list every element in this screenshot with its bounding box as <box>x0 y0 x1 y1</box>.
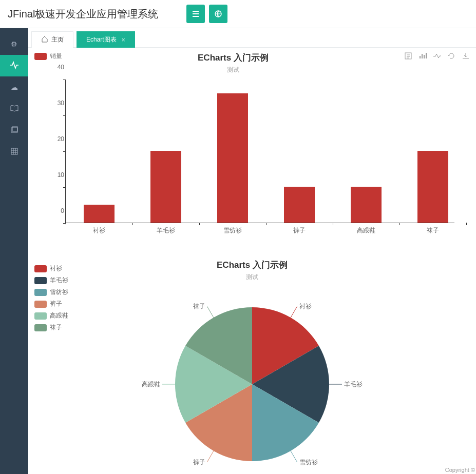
x-tick-label: 羊毛衫 <box>157 226 175 235</box>
pie-label: 衬衫 <box>299 303 312 310</box>
sidebar-item-window[interactable] <box>0 120 28 141</box>
svg-line-8 <box>207 451 214 462</box>
svg-line-5 <box>291 306 297 318</box>
sidebar-item-settings[interactable]: ⚙ <box>0 33 28 55</box>
pie-legend-item[interactable]: 衬衫 <box>34 264 68 273</box>
tab-home-label: 主页 <box>51 35 64 44</box>
pie-legend: 衬衫羊毛衫雪纺衫裤子高跟鞋袜子 <box>34 264 68 335</box>
legend-swatch <box>34 289 47 296</box>
bar-chart-subtitle: 测试 <box>66 66 400 74</box>
pie-label: 雪纺衫 <box>299 459 318 466</box>
pie-chart: 衬衫羊毛衫雪纺衫裤子高跟鞋袜子 <box>134 292 370 474</box>
tab-home[interactable]: 主页 <box>31 31 73 48</box>
bar[interactable] <box>217 93 248 223</box>
svg-rect-2 <box>12 127 17 131</box>
data-view-icon[interactable] <box>404 52 412 62</box>
close-icon[interactable]: × <box>122 36 125 44</box>
legend-swatch <box>34 265 47 272</box>
legend-label: 羊毛衫 <box>50 276 68 285</box>
pie-chart-title: ECharts 入门示例 <box>34 259 470 271</box>
legend-swatch <box>34 312 47 320</box>
pie-chart-section: 衬衫羊毛衫雪纺衫裤子高跟鞋袜子 ECharts 入门示例 测试 衬衫羊毛衫雪纺衫… <box>34 259 470 474</box>
window-icon <box>11 126 18 135</box>
tab-bar: 主页 Echart图表 × <box>28 28 476 48</box>
x-tick-label: 袜子 <box>427 226 439 235</box>
legend-label: 雪纺衫 <box>50 288 68 297</box>
pie-label: 高跟鞋 <box>142 381 160 388</box>
copyright: Copyright © <box>445 467 475 473</box>
legend-label: 高跟鞋 <box>50 311 68 320</box>
book-icon <box>10 105 18 113</box>
pie-legend-item[interactable]: 裤子 <box>34 300 68 308</box>
legend-swatch <box>34 324 47 331</box>
app-header: JFinal极速开发企业应用管理系统 <box>0 0 476 28</box>
bar-view-icon[interactable] <box>418 52 427 62</box>
y-tick-label: 40 <box>58 64 64 71</box>
sidebar-item-cloud[interactable]: ☁ <box>0 76 28 98</box>
table-icon <box>11 148 18 156</box>
sidebar-item-activity[interactable] <box>0 55 28 76</box>
home-icon <box>41 35 48 44</box>
download-icon[interactable] <box>462 52 470 62</box>
x-tick-label: 衬衫 <box>93 226 105 235</box>
bar[interactable] <box>150 151 181 223</box>
menu-toggle-button[interactable] <box>186 5 205 23</box>
svg-line-7 <box>291 451 297 462</box>
legend-label: 袜子 <box>50 323 62 332</box>
pie-label: 羊毛衫 <box>344 381 363 388</box>
x-tick-label: 裤子 <box>293 226 306 235</box>
content-area: 销量 ECharts 入门示例 测试 010203040 衬衫羊毛衫雪纺衫裤子高… <box>28 48 476 474</box>
tab-echart-label: Echart图表 <box>86 35 117 44</box>
legend-swatch <box>34 277 47 284</box>
sidebar-item-book[interactable] <box>0 98 28 120</box>
app-title: JFinal极速开发企业应用管理系统 <box>8 7 182 21</box>
pie-chart-subtitle: 测试 <box>34 273 470 282</box>
bar-chart: 010203040 衬衫羊毛衫雪纺衫裤子高跟鞋袜子 <box>65 80 454 239</box>
restore-icon[interactable] <box>447 52 455 62</box>
pie-legend-item[interactable]: 羊毛衫 <box>34 276 68 285</box>
cloud-icon: ☁ <box>11 83 18 91</box>
bar[interactable] <box>417 151 448 223</box>
activity-icon <box>10 61 19 71</box>
chart-toolbox <box>404 52 470 62</box>
legend-label: 裤子 <box>50 300 62 308</box>
sidebar: ⚙ ☁ <box>0 28 28 474</box>
bar[interactable] <box>84 205 115 223</box>
legend-swatch <box>34 53 47 60</box>
bar[interactable] <box>284 187 315 223</box>
legend-label: 衬衫 <box>50 264 62 273</box>
pie-legend-item[interactable]: 雪纺衫 <box>34 288 68 297</box>
pie-label: 袜子 <box>193 303 205 310</box>
y-tick-label: 20 <box>58 135 64 143</box>
bar-chart-title: ECharts 入门示例 <box>66 52 400 64</box>
x-tick-label: 高跟鞋 <box>357 226 375 235</box>
y-tick-label: 10 <box>58 171 64 179</box>
pie-legend-item[interactable]: 袜子 <box>34 323 68 332</box>
bar-legend[interactable]: 销量 <box>34 52 62 61</box>
y-tick-label: 30 <box>58 100 64 107</box>
y-tick-label: 0 <box>61 207 64 214</box>
pie-label: 裤子 <box>193 459 205 466</box>
pie-legend-item[interactable]: 高跟鞋 <box>34 311 68 320</box>
legend-swatch <box>34 301 47 308</box>
sidebar-item-table[interactable] <box>0 141 28 163</box>
svg-rect-3 <box>11 148 17 154</box>
globe-button[interactable] <box>209 5 227 23</box>
svg-line-10 <box>207 306 214 318</box>
line-view-icon[interactable] <box>433 52 441 62</box>
tab-echart[interactable]: Echart图表 × <box>77 31 135 48</box>
x-tick-label: 雪纺衫 <box>223 226 242 235</box>
bar[interactable] <box>351 187 382 223</box>
gear-icon: ⚙ <box>11 40 17 48</box>
